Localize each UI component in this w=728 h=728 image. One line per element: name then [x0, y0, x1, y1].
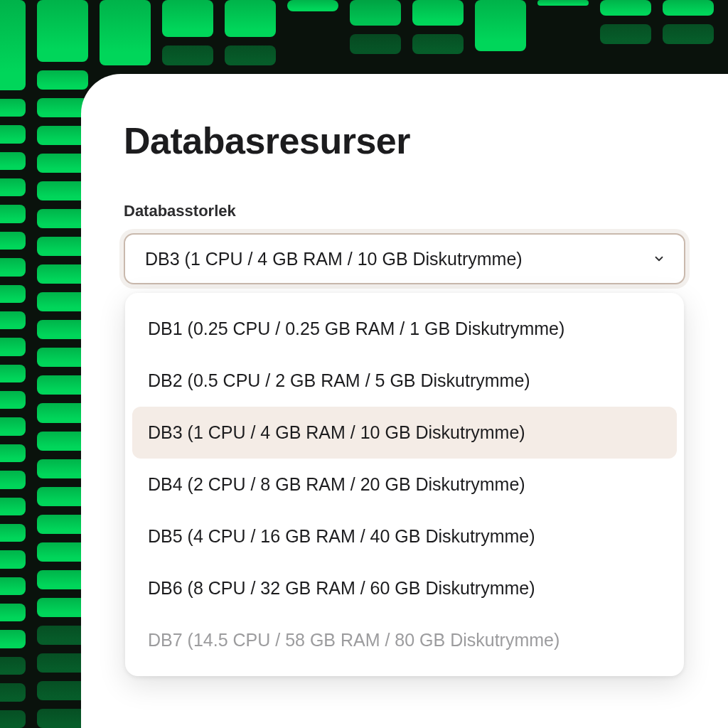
page-title: Databasresurser [124, 119, 685, 162]
option-db6[interactable]: DB6 (8 CPU / 32 GB RAM / 60 GB Diskutrym… [132, 562, 677, 614]
database-size-label: Databasstorlek [124, 202, 685, 220]
option-db2[interactable]: DB2 (0.5 CPU / 2 GB RAM / 5 GB Diskutrym… [132, 355, 677, 407]
select-value: DB3 (1 CPU / 4 GB RAM / 10 GB Diskutrymm… [145, 249, 523, 269]
database-size-dropdown: DB1 (0.25 CPU / 0.25 GB RAM / 1 GB Disku… [125, 293, 684, 676]
option-db7: DB7 (14.5 CPU / 58 GB RAM / 80 GB Diskut… [132, 614, 677, 666]
chevron-down-icon [653, 252, 665, 265]
database-resources-panel: Databasresurser Databasstorlek DB3 (1 CP… [81, 74, 728, 728]
database-size-field: Databasstorlek DB3 (1 CPU / 4 GB RAM / 1… [124, 202, 685, 284]
option-db1[interactable]: DB1 (0.25 CPU / 0.25 GB RAM / 1 GB Disku… [132, 303, 677, 355]
database-size-select[interactable]: DB3 (1 CPU / 4 GB RAM / 10 GB Diskutrymm… [124, 233, 685, 284]
option-db5[interactable]: DB5 (4 CPU / 16 GB RAM / 40 GB Diskutrym… [132, 510, 677, 562]
option-db4[interactable]: DB4 (2 CPU / 8 GB RAM / 20 GB Diskutrymm… [132, 459, 677, 510]
option-db3[interactable]: DB3 (1 CPU / 4 GB RAM / 10 GB Diskutrymm… [132, 407, 677, 459]
